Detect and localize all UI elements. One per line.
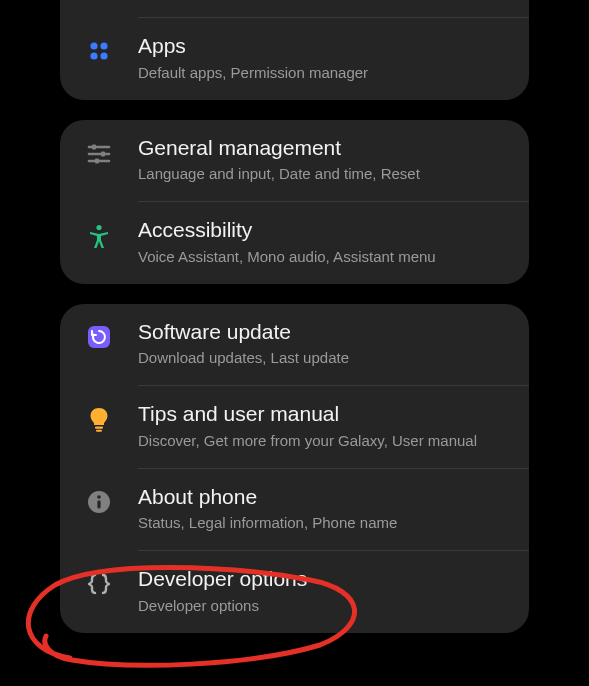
general-title: General management: [138, 135, 511, 161]
lightbulb-icon: [60, 401, 138, 433]
apps-subtitle: Default apps, Permission manager: [138, 63, 511, 83]
svg-rect-14: [95, 427, 103, 429]
settings-item-device-care[interactable]: Battery, Storage, Memory, Security: [60, 0, 529, 17]
tips-title: Tips and user manual: [138, 401, 511, 427]
general-subtitle: Language and input, Date and time, Reset: [138, 164, 511, 184]
svg-rect-18: [97, 500, 100, 508]
svg-rect-13: [88, 326, 110, 348]
info-icon: [60, 484, 138, 514]
svg-point-3: [100, 43, 107, 50]
accessibility-subtitle: Voice Assistant, Mono audio, Assistant m…: [138, 247, 511, 267]
developer-subtitle: Developer options: [138, 596, 511, 616]
svg-point-12: [96, 225, 101, 230]
software-title: Software update: [138, 319, 511, 345]
svg-rect-9: [92, 144, 96, 149]
developer-title: Developer options: [138, 566, 511, 592]
device-care-subtitle: Battery, Storage, Memory, Security: [138, 0, 511, 2]
svg-point-2: [90, 43, 97, 50]
settings-item-developer-options[interactable]: Developer options Developer options: [60, 551, 529, 633]
settings-item-software-update[interactable]: Software update Download updates, Last u…: [60, 304, 529, 386]
settings-group-about: Software update Download updates, Last u…: [60, 304, 529, 633]
svg-rect-15: [96, 430, 102, 432]
svg-point-4: [90, 53, 97, 60]
settings-item-apps[interactable]: Apps Default apps, Permission manager: [60, 18, 529, 100]
sliders-icon: [60, 135, 138, 167]
settings-item-tips[interactable]: Tips and user manual Discover, Get more …: [60, 386, 529, 468]
settings-group-device: Battery, Storage, Memory, Security Apps …: [60, 0, 529, 100]
software-subtitle: Download updates, Last update: [138, 348, 511, 368]
svg-rect-10: [101, 151, 105, 156]
svg-point-17: [97, 495, 101, 499]
svg-point-5: [100, 53, 107, 60]
apps-icon: [60, 33, 138, 63]
about-title: About phone: [138, 484, 511, 510]
settings-group-general: General management Language and input, D…: [60, 120, 529, 284]
about-subtitle: Status, Legal information, Phone name: [138, 513, 511, 533]
tips-subtitle: Discover, Get more from your Galaxy, Use…: [138, 431, 511, 451]
settings-item-about-phone[interactable]: About phone Status, Legal information, P…: [60, 469, 529, 551]
settings-item-general-management[interactable]: General management Language and input, D…: [60, 120, 529, 202]
refresh-icon: [60, 319, 138, 349]
apps-title: Apps: [138, 33, 511, 59]
accessibility-icon: [60, 217, 138, 249]
accessibility-title: Accessibility: [138, 217, 511, 243]
svg-rect-11: [95, 158, 99, 163]
braces-icon: [60, 566, 138, 596]
settings-item-accessibility[interactable]: Accessibility Voice Assistant, Mono audi…: [60, 202, 529, 284]
